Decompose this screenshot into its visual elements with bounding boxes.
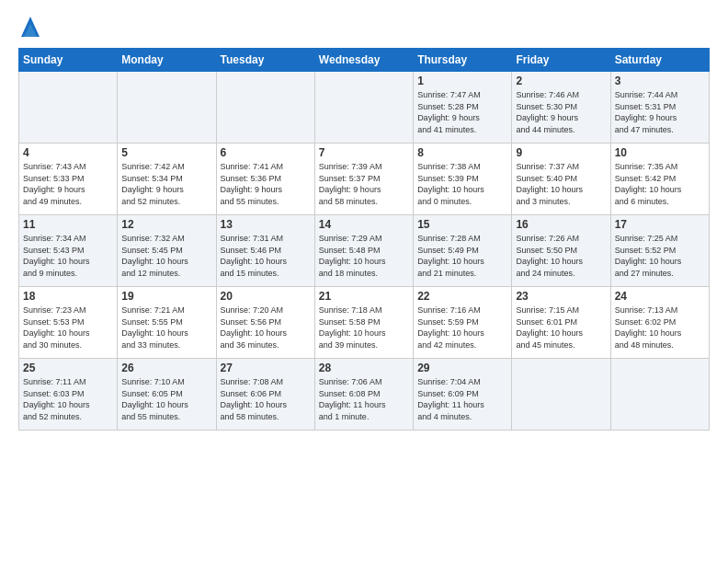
week-row-0: 1Sunrise: 7:47 AM Sunset: 5:28 PM Daylig… (19, 72, 710, 144)
day-info: Sunrise: 7:41 AM Sunset: 5:36 PM Dayligh… (221, 161, 311, 207)
header-day-friday: Friday (512, 49, 610, 72)
cell-w2-d0: 11Sunrise: 7:34 AM Sunset: 5:43 PM Dayli… (19, 215, 118, 287)
day-number: 4 (23, 146, 113, 159)
day-info: Sunrise: 7:28 AM Sunset: 5:49 PM Dayligh… (417, 233, 507, 279)
day-info: Sunrise: 7:25 AM Sunset: 5:52 PM Dayligh… (615, 233, 705, 279)
day-number: 14 (319, 218, 409, 231)
cell-w4-d0: 25Sunrise: 7:11 AM Sunset: 6:03 PM Dayli… (19, 359, 118, 431)
day-number: 28 (319, 362, 409, 374)
cell-w3-d5: 23Sunrise: 7:15 AM Sunset: 6:01 PM Dayli… (512, 287, 610, 359)
header-row: SundayMondayTuesdayWednesdayThursdayFrid… (19, 49, 710, 72)
day-number: 9 (516, 146, 606, 159)
cell-w0-d2 (216, 72, 314, 144)
day-info: Sunrise: 7:44 AM Sunset: 5:31 PM Dayligh… (615, 89, 705, 135)
day-number: 15 (417, 218, 507, 231)
cell-w4-d4: 29Sunrise: 7:04 AM Sunset: 6:09 PM Dayli… (414, 359, 512, 431)
cell-w0-d4: 1Sunrise: 7:47 AM Sunset: 5:28 PM Daylig… (414, 72, 512, 144)
day-info: Sunrise: 7:42 AM Sunset: 5:34 PM Dayligh… (121, 161, 211, 207)
header-day-sunday: Sunday (19, 49, 118, 72)
day-number: 1 (417, 75, 507, 87)
day-number: 19 (121, 290, 211, 303)
day-info: Sunrise: 7:16 AM Sunset: 5:59 PM Dayligh… (417, 304, 507, 350)
day-info: Sunrise: 7:46 AM Sunset: 5:30 PM Dayligh… (516, 89, 606, 135)
day-number: 8 (417, 146, 507, 159)
day-number: 25 (23, 362, 113, 374)
day-info: Sunrise: 7:20 AM Sunset: 5:56 PM Dayligh… (221, 304, 311, 350)
day-number: 29 (417, 362, 507, 374)
cell-w2-d6: 17Sunrise: 7:25 AM Sunset: 5:52 PM Dayli… (610, 215, 709, 287)
cell-w3-d3: 21Sunrise: 7:18 AM Sunset: 5:58 PM Dayli… (314, 287, 413, 359)
day-info: Sunrise: 7:23 AM Sunset: 5:53 PM Dayligh… (23, 304, 113, 350)
cell-w0-d0 (19, 72, 118, 144)
cell-w4-d2: 27Sunrise: 7:08 AM Sunset: 6:06 PM Dayli… (216, 359, 314, 431)
day-info: Sunrise: 7:35 AM Sunset: 5:42 PM Dayligh… (615, 161, 705, 207)
day-number: 20 (221, 290, 311, 303)
cell-w3-d1: 19Sunrise: 7:21 AM Sunset: 5:55 PM Dayli… (118, 287, 216, 359)
header-day-saturday: Saturday (610, 49, 709, 72)
header-day-monday: Monday (118, 49, 216, 72)
day-info: Sunrise: 7:18 AM Sunset: 5:58 PM Dayligh… (319, 304, 409, 350)
cell-w0-d6: 3Sunrise: 7:44 AM Sunset: 5:31 PM Daylig… (610, 72, 709, 144)
day-number: 17 (615, 218, 705, 231)
day-number: 27 (221, 362, 311, 374)
cell-w4-d6 (610, 359, 709, 431)
day-number: 18 (23, 290, 113, 303)
cell-w1-d6: 10Sunrise: 7:35 AM Sunset: 5:42 PM Dayli… (610, 144, 709, 215)
logo-icon (21, 17, 40, 37)
cell-w2-d4: 15Sunrise: 7:28 AM Sunset: 5:49 PM Dayli… (414, 215, 512, 287)
cell-w1-d2: 6Sunrise: 7:41 AM Sunset: 5:36 PM Daylig… (216, 144, 314, 215)
day-number: 23 (516, 290, 606, 303)
cell-w3-d0: 18Sunrise: 7:23 AM Sunset: 5:53 PM Dayli… (19, 287, 118, 359)
day-info: Sunrise: 7:11 AM Sunset: 6:03 PM Dayligh… (23, 376, 113, 422)
cell-w0-d5: 2Sunrise: 7:46 AM Sunset: 5:30 PM Daylig… (512, 72, 610, 144)
day-info: Sunrise: 7:15 AM Sunset: 6:01 PM Dayligh… (516, 304, 606, 350)
day-number: 5 (121, 146, 211, 159)
day-info: Sunrise: 7:21 AM Sunset: 5:55 PM Dayligh… (121, 304, 211, 350)
day-number: 24 (615, 290, 705, 303)
day-info: Sunrise: 7:43 AM Sunset: 5:33 PM Dayligh… (23, 161, 113, 207)
day-number: 21 (319, 290, 409, 303)
day-info: Sunrise: 7:08 AM Sunset: 6:06 PM Dayligh… (221, 376, 311, 422)
header-day-wednesday: Wednesday (314, 49, 413, 72)
logo (18, 15, 40, 40)
day-number: 7 (319, 146, 409, 159)
cell-w3-d2: 20Sunrise: 7:20 AM Sunset: 5:56 PM Dayli… (216, 287, 314, 359)
day-info: Sunrise: 7:34 AM Sunset: 5:43 PM Dayligh… (23, 233, 113, 279)
day-number: 3 (615, 75, 705, 87)
day-number: 12 (121, 218, 211, 231)
cell-w2-d2: 13Sunrise: 7:31 AM Sunset: 5:46 PM Dayli… (216, 215, 314, 287)
day-number: 10 (615, 146, 705, 159)
cell-w3-d6: 24Sunrise: 7:13 AM Sunset: 6:02 PM Dayli… (610, 287, 709, 359)
day-info: Sunrise: 7:26 AM Sunset: 5:50 PM Dayligh… (516, 233, 606, 279)
day-number: 6 (221, 146, 311, 159)
cell-w4-d1: 26Sunrise: 7:10 AM Sunset: 6:05 PM Dayli… (118, 359, 216, 431)
cell-w2-d3: 14Sunrise: 7:29 AM Sunset: 5:48 PM Dayli… (314, 215, 413, 287)
header-day-thursday: Thursday (414, 49, 512, 72)
week-row-3: 18Sunrise: 7:23 AM Sunset: 5:53 PM Dayli… (19, 287, 710, 359)
day-info: Sunrise: 7:31 AM Sunset: 5:46 PM Dayligh… (221, 233, 311, 279)
cell-w0-d1 (118, 72, 216, 144)
day-info: Sunrise: 7:47 AM Sunset: 5:28 PM Dayligh… (417, 89, 507, 135)
cell-w1-d1: 5Sunrise: 7:42 AM Sunset: 5:34 PM Daylig… (118, 144, 216, 215)
day-number: 22 (417, 290, 507, 303)
header-day-tuesday: Tuesday (216, 49, 314, 72)
day-number: 26 (121, 362, 211, 374)
page: SundayMondayTuesdayWednesdayThursdayFrid… (0, 0, 728, 440)
day-info: Sunrise: 7:32 AM Sunset: 5:45 PM Dayligh… (121, 233, 211, 279)
day-info: Sunrise: 7:06 AM Sunset: 6:08 PM Dayligh… (319, 376, 409, 422)
day-info: Sunrise: 7:13 AM Sunset: 6:02 PM Dayligh… (615, 304, 705, 350)
header (18, 15, 710, 40)
cell-w1-d4: 8Sunrise: 7:38 AM Sunset: 5:39 PM Daylig… (414, 144, 512, 215)
cell-w4-d3: 28Sunrise: 7:06 AM Sunset: 6:08 PM Dayli… (314, 359, 413, 431)
day-info: Sunrise: 7:37 AM Sunset: 5:40 PM Dayligh… (516, 161, 606, 207)
day-number: 16 (516, 218, 606, 231)
cell-w2-d1: 12Sunrise: 7:32 AM Sunset: 5:45 PM Dayli… (118, 215, 216, 287)
calendar-table: SundayMondayTuesdayWednesdayThursdayFrid… (18, 48, 710, 431)
cell-w3-d4: 22Sunrise: 7:16 AM Sunset: 5:59 PM Dayli… (414, 287, 512, 359)
day-info: Sunrise: 7:38 AM Sunset: 5:39 PM Dayligh… (417, 161, 507, 207)
week-row-2: 11Sunrise: 7:34 AM Sunset: 5:43 PM Dayli… (19, 215, 710, 287)
cell-w1-d0: 4Sunrise: 7:43 AM Sunset: 5:33 PM Daylig… (19, 144, 118, 215)
week-row-4: 25Sunrise: 7:11 AM Sunset: 6:03 PM Dayli… (19, 359, 710, 431)
cell-w1-d5: 9Sunrise: 7:37 AM Sunset: 5:40 PM Daylig… (512, 144, 610, 215)
cell-w0-d3 (314, 72, 413, 144)
